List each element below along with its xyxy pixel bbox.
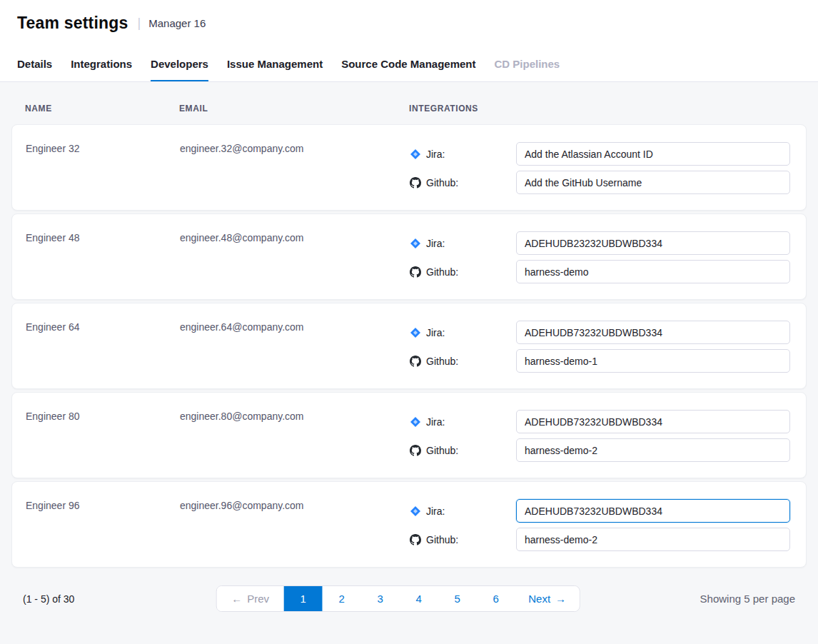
developer-name: Engineer 64: [26, 303, 180, 388]
table-row: Engineer 48 engineer.48@company.com Jira…: [11, 213, 807, 300]
table-row: Engineer 96 engineer.96@company.com Jira…: [11, 481, 807, 568]
github-username-input[interactable]: [516, 438, 790, 462]
github-label: Github:: [426, 534, 458, 545]
jira-label: Jira:: [426, 505, 445, 517]
page-button-5[interactable]: 5: [438, 586, 477, 611]
table-row: Engineer 32 engineer.32@company.com Jira…: [11, 124, 807, 211]
github-row: Github:: [410, 349, 806, 373]
jira-label: Jira:: [426, 238, 445, 249]
developer-email: engineer.96@company.com: [180, 482, 410, 567]
developer-name: Engineer 80: [26, 393, 180, 478]
range-summary: (1 - 5) of 30: [23, 593, 74, 605]
jira-icon: [410, 149, 421, 160]
github-row: Github:: [410, 260, 806, 283]
tab-issue-management[interactable]: Issue Management: [227, 58, 323, 81]
developer-email: engineer.48@company.com: [180, 214, 410, 299]
developer-name: Engineer 32: [26, 125, 180, 210]
jira-row: Jira:: [410, 231, 806, 255]
table-header-row: NAME EMAIL INTEGRATIONS: [11, 82, 807, 124]
integrations-cell: Jira: Github:: [410, 393, 806, 478]
table-row: Engineer 64 engineer.64@company.com Jira…: [11, 303, 807, 389]
jira-label: Jira:: [426, 416, 445, 428]
github-icon: [410, 534, 421, 545]
jira-icon: [410, 238, 421, 249]
github-icon: [410, 356, 421, 367]
prev-page-button[interactable]: ← Prev: [217, 586, 284, 611]
integrations-cell: Jira: Github:: [410, 214, 806, 299]
jira-label: Jira:: [426, 149, 445, 160]
tab-details[interactable]: Details: [17, 58, 52, 81]
github-label: Github:: [426, 266, 458, 278]
pagination-bar: (1 - 5) of 30 ← Prev 1 2 3 4 5 6 Next → …: [11, 585, 807, 612]
next-label: Next: [528, 593, 550, 605]
jira-icon: [410, 416, 421, 428]
integrations-cell: Jira: Github:: [410, 303, 806, 388]
developer-email: engineer.32@company.com: [180, 125, 410, 210]
jira-icon: [410, 505, 421, 517]
github-label: Github:: [426, 356, 458, 367]
arrow-left-icon: ←: [231, 593, 242, 605]
github-row: Github:: [410, 438, 806, 462]
column-header-email: EMAIL: [179, 104, 409, 114]
page-button-1[interactable]: 1: [284, 586, 323, 611]
jira-label: Jira:: [426, 327, 445, 338]
prev-label: Prev: [247, 593, 269, 605]
github-username-input[interactable]: [516, 260, 790, 283]
arrow-right-icon: →: [555, 593, 566, 605]
page-button-3[interactable]: 3: [361, 586, 400, 611]
page-button-2[interactable]: 2: [323, 586, 361, 611]
page-button-4[interactable]: 4: [400, 586, 438, 611]
developers-panel: NAME EMAIL INTEGRATIONS Engineer 32 engi…: [0, 82, 818, 612]
github-label: Github:: [426, 177, 458, 188]
pager: ← Prev 1 2 3 4 5 6 Next →: [216, 585, 580, 612]
github-username-input[interactable]: [516, 349, 790, 373]
developer-email: engineer.80@company.com: [180, 393, 410, 478]
github-username-input[interactable]: [516, 171, 790, 194]
page-header: Team settings | Manager 16: [0, 0, 818, 46]
developer-email: engineer.64@company.com: [180, 303, 410, 388]
developer-name: Engineer 96: [26, 482, 180, 567]
page-button-6[interactable]: 6: [477, 586, 515, 611]
per-page-label: Showing 5 per page: [700, 593, 795, 605]
tab-bar: Details Integrations Developers Issue Ma…: [0, 46, 818, 82]
next-page-button[interactable]: Next →: [515, 586, 580, 611]
column-header-integrations: INTEGRATIONS: [409, 104, 807, 114]
tab-integrations[interactable]: Integrations: [71, 58, 132, 81]
tab-cd-pipelines: CD Pipelines: [495, 58, 560, 81]
jira-account-id-input[interactable]: [516, 321, 790, 344]
jira-row: Jira:: [410, 499, 806, 523]
jira-account-id-input[interactable]: [516, 410, 790, 433]
table-row: Engineer 80 engineer.80@company.com Jira…: [11, 392, 807, 478]
tab-developers[interactable]: Developers: [151, 58, 208, 81]
jira-icon: [410, 327, 421, 338]
title-divider: |: [138, 16, 141, 31]
jira-row: Jira:: [410, 142, 806, 166]
github-label: Github:: [426, 445, 458, 456]
developer-name: Engineer 48: [26, 214, 180, 299]
column-header-name: NAME: [25, 104, 179, 114]
github-icon: [410, 445, 421, 456]
team-name: Manager 16: [148, 17, 206, 29]
github-icon: [410, 177, 421, 188]
tab-source-code-management[interactable]: Source Code Management: [341, 58, 475, 81]
jira-account-id-input[interactable]: [516, 231, 790, 255]
jira-row: Jira:: [410, 321, 806, 344]
github-username-input[interactable]: [516, 528, 790, 551]
github-icon: [410, 266, 421, 278]
jira-row: Jira:: [410, 410, 806, 433]
integrations-cell: Jira: Github:: [410, 125, 806, 210]
github-row: Github:: [410, 528, 806, 551]
page-title: Team settings: [17, 14, 128, 33]
jira-account-id-input[interactable]: [516, 142, 790, 166]
integrations-cell: Jira: Github:: [410, 482, 806, 567]
jira-account-id-input-focused[interactable]: [516, 499, 790, 523]
github-row: Github:: [410, 171, 806, 194]
